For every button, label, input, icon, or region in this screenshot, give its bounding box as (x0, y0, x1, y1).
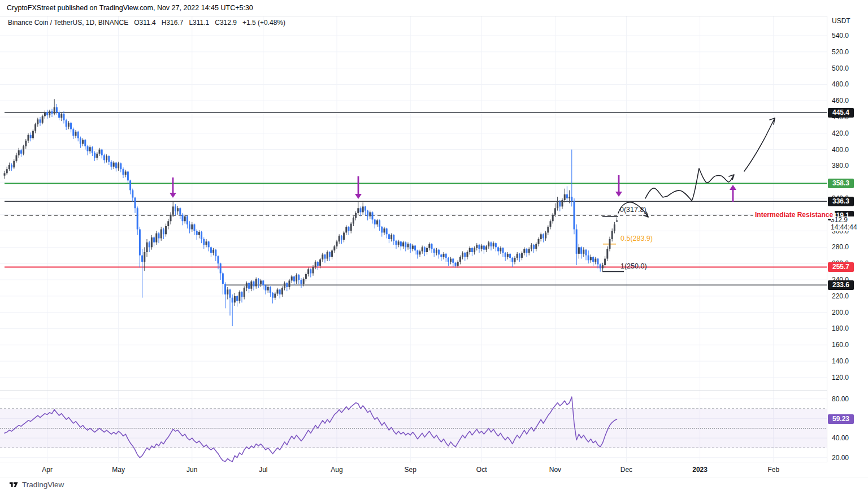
price-axis[interactable]: USDT 540.0520.0500.0480.0460.0440.0420.0… (827, 16, 868, 462)
level-badge: 59.23 (828, 414, 854, 424)
ohlc-close: C312.9 (215, 19, 237, 27)
level-badge: 255.7 (828, 262, 854, 272)
tradingview-wordmark: TradingView (22, 480, 64, 489)
price-tick-label: 200.0 (832, 309, 849, 317)
price-tick-label: 420.0 (832, 129, 849, 137)
tradingview-icon (9, 480, 19, 489)
axis-currency-label: USDT (832, 17, 850, 25)
chart-canvas[interactable] (0, 0, 868, 494)
time-tick-label: Nov (539, 466, 571, 474)
tradingview-published-chart: CryptoFXStreet published on TradingView.… (0, 0, 868, 494)
time-tick-label: Jul (248, 466, 279, 474)
level-badge: 233.6 (828, 280, 854, 290)
time-tick-label: Feb (758, 466, 789, 474)
price-tick-label: 220.0 (832, 292, 849, 300)
price-tick-label: 460.0 (832, 97, 849, 105)
price-tick-label: 380.0 (832, 162, 849, 170)
tradingview-logo[interactable]: TradingView (9, 480, 64, 489)
price-tick-label: 480.0 (832, 80, 849, 88)
price-tick-label: 180.0 (832, 324, 849, 332)
chart-legend: Binance Coin / TetherUS, 1D, BINANCEO311… (8, 19, 291, 27)
price-tick-label: 540.0 (832, 32, 849, 40)
price-tick-label: 140.0 (832, 357, 849, 365)
time-tick-label: May (103, 466, 134, 474)
ohlc-change: +1.5 (+0.48%) (242, 19, 285, 27)
level-badge: 358.3 (828, 179, 854, 188)
rsi-tick-label: 40.00 (832, 434, 849, 442)
price-tick-label: 400.0 (832, 146, 849, 154)
time-tick-label: 2023 (684, 466, 716, 474)
ohlc-low: L311.1 (189, 19, 209, 27)
price-tick-label: 520.0 (832, 48, 849, 56)
price-tick-label: 120.0 (832, 374, 849, 382)
bar-countdown: 14:44:44 (831, 224, 857, 231)
symbol-title: Binance Coin / TetherUS, 1D, BINANCE (8, 19, 128, 27)
price-tick-label: 160.0 (832, 341, 849, 349)
ohlc-high: H316.7 (162, 19, 184, 27)
time-tick-label: Dec (610, 466, 642, 474)
fib-label-05: 0.5(283.9) (620, 235, 653, 242)
time-tick-label: Oct (466, 466, 497, 474)
price-tick-label: 500.0 (832, 64, 849, 72)
rsi-tick-label: 20.00 (832, 454, 849, 462)
time-tick-label: Aug (321, 466, 353, 474)
price-tick-label: 280.0 (832, 243, 849, 251)
intermediate-resistance-label: Intermediate Resistance (753, 211, 835, 219)
rsi-tick-label: 80.00 (832, 395, 849, 403)
fib-label-0: 0(317.8) (620, 206, 646, 214)
fib-label-1: 1(250.0) (620, 262, 647, 270)
ohlc-open: O311.4 (134, 19, 155, 27)
time-axis[interactable]: AprMayJunJulAugSepOctNovDec2023Feb (0, 462, 868, 478)
level-badge: 445.4 (828, 108, 854, 118)
level-badge: 336.3 (828, 197, 854, 206)
time-tick-label: Sep (394, 466, 426, 474)
time-tick-label: Apr (32, 466, 63, 474)
time-tick-label: Jun (176, 466, 208, 474)
